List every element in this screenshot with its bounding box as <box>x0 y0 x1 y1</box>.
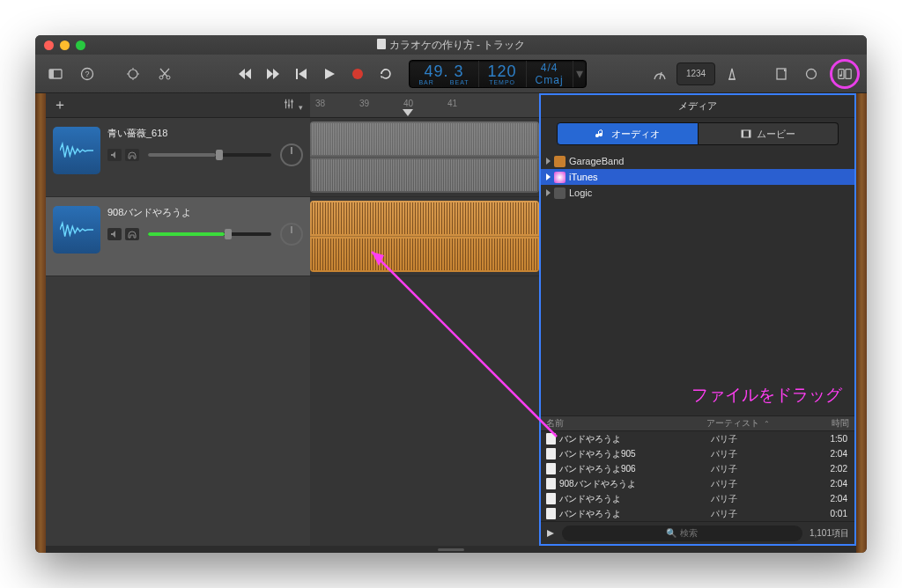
tuner-button[interactable] <box>647 62 673 85</box>
window-title: カラオケの作り方 - トラック <box>35 38 867 53</box>
rewind-button[interactable] <box>233 62 257 86</box>
loop-browser-button[interactable] <box>798 62 824 85</box>
wood-edge-left <box>35 93 46 553</box>
search-field[interactable]: 🔍検索 <box>562 526 802 541</box>
add-track-button[interactable]: ＋ <box>53 96 67 114</box>
notepad-button[interactable] <box>768 62 795 85</box>
track-icon <box>53 206 100 254</box>
playhead[interactable] <box>403 109 413 116</box>
tab-movie[interactable]: ムービー <box>699 122 839 145</box>
svg-rect-1 <box>49 70 54 78</box>
svg-point-25 <box>285 100 287 103</box>
col-artist[interactable]: アーティスト ⌃ <box>701 416 805 430</box>
file-icon <box>546 508 556 519</box>
transport-controls <box>233 62 398 86</box>
toolbar: ? 49. 3 BARBEAT 120 TEMPO 4/4 Cmaj <box>35 55 867 93</box>
svg-point-27 <box>291 100 293 103</box>
media-list: バンドやろうよパリ子1:50バンドやろうよ905パリ子2:04バンドやろうよ90… <box>541 431 854 521</box>
editor-drag-handle[interactable] <box>46 546 856 553</box>
media-panel: メディア オーディオ ムービー GarageBand iTunes Logic … <box>539 93 856 546</box>
file-icon <box>546 463 556 474</box>
smart-controls-button[interactable] <box>120 62 146 85</box>
headphone-button[interactable] <box>125 228 139 240</box>
list-item[interactable]: 908バンドやろうよパリ子2:04 <box>541 476 854 491</box>
library-button[interactable] <box>42 62 69 85</box>
media-title: メディア <box>541 95 854 118</box>
source-tree: GarageBand iTunes Logic <box>541 150 854 204</box>
item-count: 1,101項目 <box>810 527 849 540</box>
pan-knob[interactable] <box>280 143 303 166</box>
scissors-button[interactable] <box>152 62 178 85</box>
file-icon <box>546 478 556 489</box>
lcd-key: Cmaj <box>536 74 564 86</box>
forward-button[interactable] <box>261 62 285 86</box>
tab-audio[interactable]: オーディオ <box>557 122 699 145</box>
col-name[interactable]: 名前 <box>541 416 701 430</box>
list-item[interactable]: バンドやろうよパリ子0:01 <box>541 506 854 521</box>
mute-button[interactable] <box>107 149 122 161</box>
volume-slider[interactable] <box>148 153 271 157</box>
tree-item-logic[interactable]: Logic <box>541 185 854 201</box>
close-button[interactable] <box>44 40 54 50</box>
svg-rect-32 <box>749 130 750 137</box>
arrange-area[interactable]: 38 39 40 41 <box>310 93 539 546</box>
track-header[interactable]: 908バンドやろうよ <box>46 197 310 276</box>
svg-point-4 <box>129 70 137 78</box>
search-icon: 🔍 <box>666 528 676 538</box>
list-header: 名前 アーティスト ⌃ 時間 <box>541 415 854 431</box>
svg-rect-20 <box>846 69 851 78</box>
audio-region[interactable] <box>310 201 539 272</box>
media-browser-button[interactable] <box>830 59 860 89</box>
file-icon <box>546 433 556 445</box>
count-in-button[interactable]: 1234 <box>676 62 715 85</box>
track-name: 青い薔薇_618 <box>107 127 303 140</box>
minimize-button[interactable] <box>60 40 70 50</box>
cycle-button[interactable] <box>373 62 398 86</box>
help-button[interactable]: ? <box>74 62 100 85</box>
svg-rect-31 <box>742 130 743 137</box>
garageband-icon <box>554 156 566 167</box>
lcd-timesig: 4/4 <box>541 62 558 74</box>
traffic-lights <box>35 40 85 50</box>
list-item[interactable]: バンドやろうよ905パリ子2:04 <box>541 446 854 461</box>
list-item[interactable]: バンドやろうよパリ子2:04 <box>541 491 854 506</box>
mute-button[interactable] <box>107 228 122 240</box>
track-header[interactable]: 青い薔薇_618 <box>46 118 310 197</box>
svg-text:?: ? <box>85 70 89 78</box>
col-time[interactable]: 時間 <box>805 416 854 430</box>
logic-icon <box>554 187 566 199</box>
headphone-button[interactable] <box>125 149 139 161</box>
audio-region[interactable] <box>310 121 539 193</box>
track-name: 908バンドやろうよ <box>107 206 303 219</box>
svg-point-14 <box>352 69 363 79</box>
maximize-button[interactable] <box>76 40 85 50</box>
file-icon <box>546 493 556 504</box>
track-header-config-button[interactable]: ▾ <box>283 98 303 114</box>
list-item[interactable]: バンドやろうよ906パリ子2:02 <box>541 461 854 476</box>
tree-item-itunes[interactable]: iTunes <box>541 169 854 185</box>
pan-knob[interactable] <box>280 223 303 246</box>
svg-point-26 <box>287 104 290 107</box>
svg-rect-13 <box>296 69 298 79</box>
list-item[interactable]: バンドやろうよパリ子1:50 <box>541 431 854 446</box>
svg-line-15 <box>660 72 662 79</box>
preview-play-button[interactable] <box>546 526 555 541</box>
lcd-beat: 3 <box>454 62 463 80</box>
svg-line-28 <box>372 252 557 437</box>
record-button[interactable] <box>345 62 370 86</box>
lcd-tempo: 120 <box>488 62 517 81</box>
play-button[interactable] <box>317 62 342 86</box>
track-header-panel: ＋ ▾ 青い薔薇_618 <box>46 93 310 546</box>
metronome-button[interactable] <box>719 62 745 85</box>
annotation-label: ファイルをドラッグ <box>691 384 842 407</box>
app-window: カラオケの作り方 - トラック ? 49. 3 BARBEAT 120 TEMP… <box>35 35 867 553</box>
ruler[interactable]: 38 39 40 41 <box>310 93 539 118</box>
titlebar: カラオケの作り方 - トラック <box>35 35 867 55</box>
go-to-start-button[interactable] <box>289 62 314 86</box>
svg-point-18 <box>807 69 817 78</box>
volume-slider[interactable] <box>148 232 271 236</box>
itunes-icon <box>554 172 566 183</box>
file-icon <box>546 448 556 459</box>
tree-item-garageband[interactable]: GarageBand <box>541 153 854 169</box>
lcd-display[interactable]: 49. 3 BARBEAT 120 TEMPO 4/4 Cmaj ▾ <box>409 60 586 88</box>
